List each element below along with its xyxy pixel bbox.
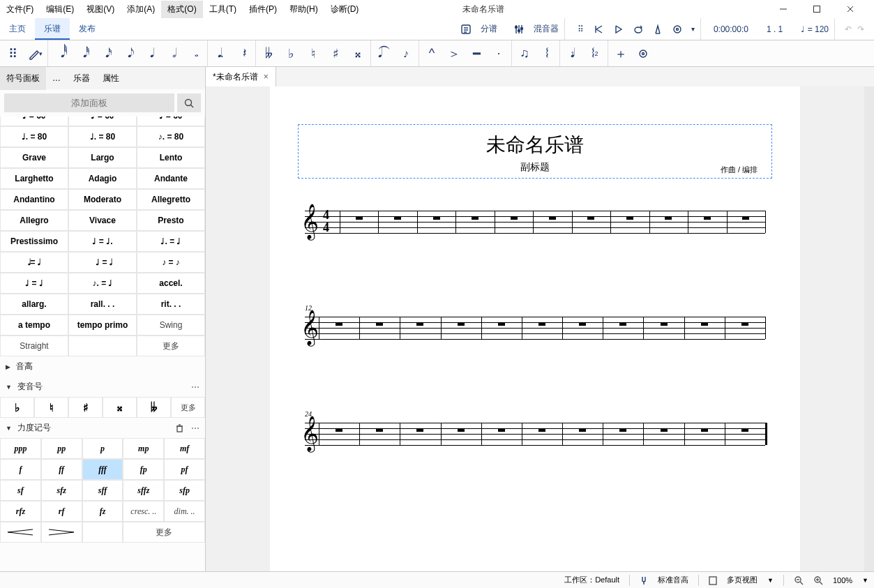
tempo-cell[interactable]: Straight bbox=[0, 336, 68, 356]
main-tab[interactable]: 发布 bbox=[70, 18, 105, 40]
accidental-cell[interactable]: 更多 bbox=[171, 397, 205, 418]
menu-item[interactable]: 文件(F) bbox=[0, 1, 40, 18]
tuning-fork-icon[interactable] bbox=[640, 575, 648, 585]
tempo-cell[interactable]: Lento bbox=[137, 147, 205, 168]
tempo-cell[interactable]: Allegretto bbox=[137, 189, 205, 210]
sharp-button[interactable]: ♯ bbox=[326, 44, 345, 63]
dynamics-cell[interactable]: ff bbox=[41, 459, 82, 480]
score-title[interactable]: 未命名乐谱 bbox=[312, 132, 758, 158]
tempo-cell[interactable]: Allegro bbox=[0, 210, 68, 231]
close-tab-icon[interactable]: × bbox=[264, 72, 269, 82]
tempo-cell[interactable]: ♩ = 60 bbox=[68, 116, 137, 126]
dynamics-cell[interactable]: pf bbox=[164, 459, 205, 480]
redo-button[interactable]: ↷ bbox=[857, 24, 864, 34]
tempo-cell[interactable]: ♩. = 80 bbox=[68, 126, 137, 147]
mixer-label[interactable]: 混音器 bbox=[534, 23, 559, 35]
tempo-cell[interactable]: tempo primo bbox=[68, 315, 137, 336]
dynamics-cell[interactable]: sfp bbox=[164, 480, 205, 501]
tempo-cell[interactable]: Andantino bbox=[0, 189, 68, 210]
tempo-cell[interactable]: Swing bbox=[137, 315, 205, 336]
tempo-cell[interactable]: ♩ = 60 bbox=[137, 116, 205, 126]
beam-button[interactable]: ♫ bbox=[515, 44, 534, 63]
menu-item[interactable]: 诊断(D) bbox=[324, 1, 366, 18]
sidebar-tab[interactable]: 符号面板 bbox=[0, 67, 46, 90]
trash-icon[interactable] bbox=[175, 423, 184, 433]
tempo-cell[interactable]: Prestissimo bbox=[0, 231, 68, 252]
metronome-button[interactable] bbox=[652, 24, 663, 35]
dynamics-cell[interactable]: mf bbox=[164, 438, 205, 459]
tempo-cell[interactable]: ♪. = 80 bbox=[137, 126, 205, 147]
score-paper[interactable]: 未命名乐谱 副标题 作曲 / 编排 𝄞44𝄞12𝄞24 bbox=[270, 86, 800, 571]
mixer-icon[interactable] bbox=[513, 23, 525, 36]
vertical-scrollbar[interactable] bbox=[864, 86, 874, 571]
slur-button[interactable]: 𝆔 bbox=[396, 44, 416, 63]
add-button[interactable]: ＋ bbox=[611, 44, 631, 63]
tempo-cell[interactable]: Moderato bbox=[68, 189, 137, 210]
tempo-cell[interactable]: ♩ = ♩ bbox=[0, 273, 68, 294]
decrescendo-button[interactable] bbox=[41, 522, 82, 543]
accent-button[interactable]: ＞ bbox=[444, 44, 464, 63]
voice1-button[interactable]: 𝅘𝅥1 bbox=[563, 44, 582, 63]
parts-label[interactable]: 分谱 bbox=[481, 23, 497, 35]
note-64th-button[interactable]: 𝅘𝅥𝅱 bbox=[51, 44, 70, 63]
tempo-cell[interactable]: rall. . . bbox=[68, 294, 137, 315]
page-view-icon[interactable] bbox=[709, 575, 717, 585]
note-16th-button[interactable]: 𝅘𝅥𝅯 bbox=[96, 44, 115, 63]
menu-item[interactable]: 帮助(H) bbox=[283, 1, 324, 18]
staccato-button[interactable]: · bbox=[489, 44, 508, 63]
minimize-button[interactable] bbox=[779, 5, 796, 13]
section-accidental[interactable]: ▼ 变音号 ⋯ bbox=[0, 377, 205, 397]
main-tab[interactable]: 乐谱 bbox=[35, 18, 70, 40]
tempo-cell[interactable]: 更多 bbox=[137, 336, 205, 356]
zoom-in-button[interactable] bbox=[813, 575, 823, 585]
dynamics-cell[interactable]: sf bbox=[0, 480, 41, 501]
dynamics-cell[interactable]: sfz bbox=[41, 480, 82, 501]
tempo-cell[interactable]: ♩ = 60 bbox=[0, 116, 68, 126]
double-flat-button[interactable]: 𝄫 bbox=[259, 44, 278, 63]
score-composer[interactable]: 作曲 / 编排 bbox=[721, 165, 758, 175]
accidental-cell[interactable]: 𝄪 bbox=[103, 397, 137, 418]
accidental-cell[interactable]: ♭ bbox=[0, 397, 34, 418]
dynamics-cell[interactable]: f bbox=[0, 459, 41, 480]
tenuto-button[interactable]: ━ bbox=[467, 44, 486, 63]
staff[interactable]: 𝄞12 bbox=[305, 317, 765, 339]
menu-item[interactable]: 添加(A) bbox=[121, 1, 161, 18]
marcato-button[interactable]: ^ bbox=[422, 44, 442, 63]
tempo-cell[interactable]: ♩ = 𝅗𝅥 bbox=[68, 252, 137, 273]
maximize-button[interactable] bbox=[813, 5, 829, 13]
note-quarter-button[interactable]: 𝅘𝅥 bbox=[140, 44, 160, 63]
section-dynamics[interactable]: ▼ 力度记号 ⋯ bbox=[0, 418, 205, 438]
zoom-out-button[interactable] bbox=[794, 575, 804, 585]
rewind-button[interactable] bbox=[594, 24, 605, 35]
note-32nd-button[interactable]: 𝅘𝅥𝅰 bbox=[73, 44, 93, 63]
parts-icon[interactable] bbox=[460, 23, 472, 36]
document-tab[interactable]: *未命名乐谱 × bbox=[206, 67, 276, 87]
dot-button[interactable]: 𝅘𝅥 . bbox=[211, 44, 230, 63]
menu-item[interactable]: 插件(P) bbox=[243, 1, 283, 18]
dynamics-more-button[interactable]: 更多 bbox=[123, 522, 205, 543]
staff[interactable]: 𝄞24 bbox=[305, 423, 765, 445]
flip-button[interactable]: 𝄔 bbox=[537, 44, 557, 63]
toolbar-settings-button[interactable] bbox=[633, 44, 653, 63]
natural-button[interactable]: ♮ bbox=[303, 44, 323, 63]
dynamics-cell[interactable]: dim. .. bbox=[164, 501, 205, 522]
tempo-cell[interactable]: Grave bbox=[0, 147, 68, 168]
tempo-cell[interactable]: Andante bbox=[137, 168, 205, 189]
tempo-cell[interactable]: rit. . . bbox=[137, 294, 205, 315]
tempo-cell[interactable]: 𝅗𝅥 = ♩ bbox=[0, 252, 68, 273]
dynamics-cell[interactable]: mp bbox=[123, 438, 164, 459]
settings-button[interactable] bbox=[672, 24, 683, 35]
sidebar-tab[interactable]: 乐器 bbox=[67, 67, 96, 90]
zoom-value[interactable]: 100% bbox=[833, 576, 852, 585]
accidental-cell[interactable]: ♮ bbox=[34, 397, 68, 418]
note-half-button[interactable]: 𝅗𝅥 bbox=[163, 44, 182, 63]
sidebar-tab[interactable]: 属性 bbox=[96, 67, 126, 90]
loop-button[interactable] bbox=[633, 24, 644, 35]
dynamics-cell[interactable]: fp bbox=[123, 459, 164, 480]
rest-button[interactable]: 𝄽 bbox=[233, 44, 253, 63]
search-button[interactable] bbox=[177, 93, 201, 112]
flat-button[interactable]: ♭ bbox=[281, 44, 301, 63]
dynamics-cell[interactable]: rfz bbox=[0, 501, 41, 522]
tempo-cell[interactable]: Vivace bbox=[68, 210, 137, 231]
tuning-label[interactable]: 标准音高 bbox=[658, 575, 688, 585]
